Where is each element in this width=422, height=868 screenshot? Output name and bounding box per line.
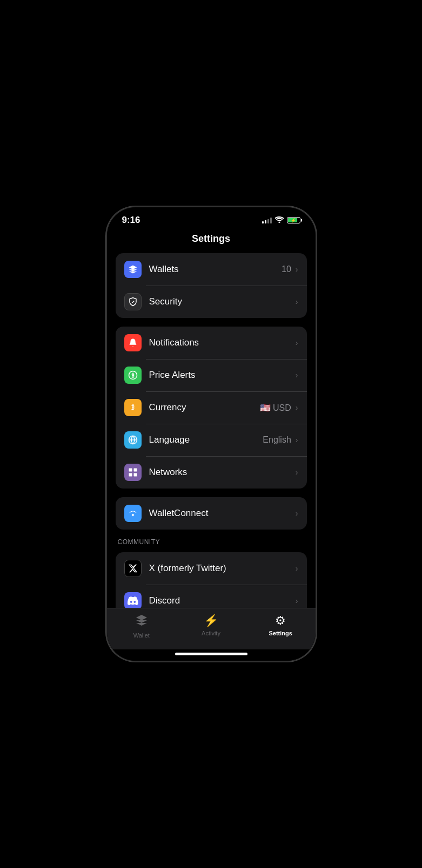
settings-row-networks[interactable]: Networks ›	[116, 456, 307, 489]
signal-bar-3	[267, 219, 269, 223]
settings-row-wallets[interactable]: Wallets 10 ›	[116, 253, 307, 286]
notifications-label: Notifications	[149, 337, 296, 348]
activity-tab-icon: ⚡	[204, 614, 218, 628]
security-chevron: ›	[296, 297, 298, 306]
settings-row-currency[interactable]: ₿ Currency 🇺🇸 USD ›	[116, 391, 307, 424]
tab-bar: Wallet ⚡ Activity ⚙ Settings	[107, 608, 316, 649]
wifi-icon	[275, 216, 284, 225]
svg-rect-8	[133, 473, 137, 477]
svg-rect-5	[129, 469, 132, 472]
settings-row-price-alerts[interactable]: ₿ Price Alerts ›	[116, 359, 307, 391]
settings-row-discord[interactable]: Discord ›	[116, 585, 307, 608]
settings-row-notifications[interactable]: Notifications ›	[116, 327, 307, 359]
svg-text:₿: ₿	[131, 404, 135, 411]
signal-bar-4	[270, 218, 272, 223]
security-icon	[124, 293, 142, 310]
language-value: English	[263, 435, 291, 445]
svg-text:₿: ₿	[131, 372, 135, 378]
settings-row-security[interactable]: Security ›	[116, 286, 307, 318]
dynamic-island	[179, 214, 244, 232]
wallet-tab-label: Wallet	[133, 632, 150, 639]
settings-group-community: X (formerly Twitter) › Discord ›	[116, 552, 307, 608]
home-bar	[175, 653, 247, 655]
tab-settings[interactable]: ⚙ Settings	[246, 614, 316, 636]
activity-tab-label: Activity	[202, 630, 220, 636]
wallet-tab-icon	[135, 614, 148, 630]
wallets-chevron: ›	[296, 265, 298, 274]
battery: ⚡	[287, 217, 300, 223]
community-section-label: COMMUNITY	[116, 538, 307, 550]
security-label: Security	[149, 296, 291, 307]
phone-frame: 9:16 ⚡	[106, 206, 317, 662]
currency-value: 🇺🇸 USD	[260, 403, 291, 413]
discord-label: Discord	[149, 595, 296, 606]
notifications-icon	[124, 334, 142, 351]
settings-row-twitter[interactable]: X (formerly Twitter) ›	[116, 552, 307, 585]
twitter-label: X (formerly Twitter)	[149, 563, 296, 574]
discord-chevron: ›	[296, 596, 298, 605]
status-time: 9:16	[122, 215, 140, 226]
settings-row-language[interactable]: Language English ›	[116, 424, 307, 456]
currency-icon: ₿	[124, 399, 142, 416]
settings-group-preferences: Notifications › ₿ Price Alerts ›	[116, 327, 307, 489]
status-icons: ⚡	[262, 216, 300, 225]
currency-label: Currency	[149, 402, 260, 413]
twitter-chevron: ›	[296, 564, 298, 573]
wallets-icon	[124, 261, 142, 278]
wallets-value: 10	[282, 265, 291, 274]
settings-tab-label: Settings	[269, 630, 292, 636]
signal-bar-2	[265, 220, 266, 223]
settings-tab-icon: ⚙	[275, 614, 286, 628]
networks-icon	[124, 464, 142, 481]
notifications-chevron: ›	[296, 338, 298, 347]
svg-rect-6	[133, 469, 137, 472]
settings-row-walletconnect[interactable]: WalletConnect ›	[116, 497, 307, 530]
currency-chevron: ›	[296, 403, 298, 412]
scroll-content: Wallets 10 › Security ›	[107, 253, 316, 608]
twitter-icon	[124, 560, 142, 577]
walletconnect-label: WalletConnect	[149, 508, 296, 519]
settings-group-wallet-security: Wallets 10 › Security ›	[116, 253, 307, 318]
price-alerts-chevron: ›	[296, 371, 298, 379]
walletconnect-chevron: ›	[296, 509, 298, 518]
home-indicator	[107, 649, 316, 661]
page-title: Settings	[107, 229, 316, 253]
wallets-label: Wallets	[149, 264, 282, 275]
settings-group-walletconnect: WalletConnect ›	[116, 497, 307, 530]
networks-chevron: ›	[296, 468, 298, 477]
signal-bars	[262, 218, 272, 223]
walletconnect-icon	[124, 505, 142, 522]
screen: 9:16 ⚡	[107, 207, 316, 661]
language-icon	[124, 431, 142, 449]
tab-wallet[interactable]: Wallet	[107, 614, 177, 639]
tab-activity[interactable]: ⚡ Activity	[176, 614, 246, 636]
language-chevron: ›	[296, 436, 298, 444]
community-section-label-wrapper: COMMUNITY	[116, 538, 307, 550]
price-alerts-icon: ₿	[124, 367, 142, 384]
svg-rect-7	[129, 473, 132, 477]
discord-icon	[124, 592, 142, 608]
price-alerts-label: Price Alerts	[149, 370, 296, 381]
language-label: Language	[149, 435, 263, 445]
networks-label: Networks	[149, 467, 296, 478]
signal-bar-1	[262, 221, 264, 223]
